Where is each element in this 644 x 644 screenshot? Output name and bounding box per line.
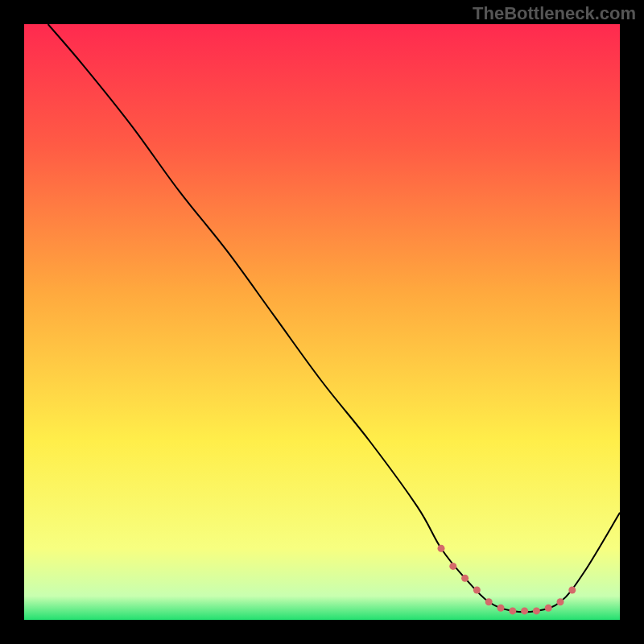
highlight-dot [473, 587, 481, 594]
highlight-dot [557, 598, 564, 605]
highlight-dot [497, 605, 505, 612]
highlight-dot [438, 545, 445, 552]
watermark-label: TheBottleneck.com [473, 3, 636, 24]
highlight-dot [545, 605, 552, 612]
highlight-dot [449, 563, 456, 570]
highlight-dot [485, 598, 493, 605]
highlight-dot [509, 607, 516, 614]
gradient-background [24, 24, 620, 620]
chart-frame: TheBottleneck.com [0, 0, 644, 644]
chart-svg [24, 24, 620, 620]
highlight-dot [568, 587, 576, 594]
highlight-dot [461, 575, 469, 582]
highlight-dot [533, 607, 540, 614]
chart-plot [24, 24, 620, 620]
highlight-dot [521, 607, 528, 614]
